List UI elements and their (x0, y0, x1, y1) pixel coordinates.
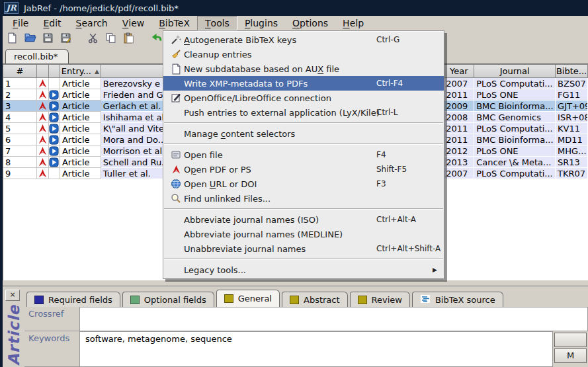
cell: FG11 (556, 89, 588, 101)
pdf-file-icon (37, 78, 49, 89)
url-file-icon (49, 123, 60, 134)
tab-review[interactable]: Review (350, 292, 410, 307)
menu-separator (164, 259, 443, 260)
column-header-journal[interactable]: Journal (474, 64, 556, 78)
tab-bibtex-source[interactable]: BibTeX source (412, 292, 503, 307)
menu-options[interactable]: Options (285, 16, 335, 30)
tab-optional-fields[interactable]: Optional fields (122, 292, 214, 307)
menu-item-find-unlinked-files[interactable]: Find unlinked Files... (163, 191, 444, 206)
column-header-icon-1[interactable] (37, 64, 49, 78)
menu-item-legacy-tools[interactable]: Legacy tools...▶ (163, 263, 444, 277)
app-icon: JR (4, 2, 19, 14)
url-file-icon (49, 89, 60, 101)
column-header-[interactable]: # (3, 64, 37, 78)
submenu-arrow-icon: ▶ (433, 266, 437, 273)
cell: PLoS Computati... (474, 123, 556, 134)
database-tab[interactable]: recoll.bib* (5, 49, 69, 63)
menu-item-open-url-or-doi[interactable]: Open URL or DOIF3 (163, 177, 444, 191)
menu-item-label: Write XMP-metadata to PDFs (184, 79, 308, 89)
tab-label: Required fields (48, 295, 112, 305)
menu-item-abbreviate-journal-names-medline[interactable]: Abbreviate journal names (MEDLINE) (163, 227, 444, 241)
save-button[interactable] (39, 31, 57, 47)
column-header-bibte[interactable]: Bibte... (556, 64, 588, 78)
tab-color-swatch (34, 296, 44, 304)
bibtex-source-icon (420, 294, 431, 306)
copy-icon (105, 32, 116, 46)
crossref-field-input[interactable] (80, 307, 588, 331)
cell: BMC Bioinforma... (474, 101, 556, 112)
tab-required-fields[interactable]: Required fields (26, 292, 120, 307)
keywords-field-input[interactable]: software, metagenome, sequence (80, 331, 553, 367)
column-header-icon-2[interactable] (49, 64, 60, 78)
menu-item-unabbreviate-journal-names[interactable]: Unabbreviate journal namesCtrl+Alt+Shift… (163, 241, 444, 256)
menu-item-label: Manage content selectors (184, 129, 295, 139)
cell: Cancer \& Meta... (474, 157, 556, 168)
cell: Article (60, 157, 101, 168)
column-header-entry[interactable]: Entry...▲ (60, 64, 101, 78)
menu-item-new-subdatabase-based-on-aux-file[interactable]: New subdatabase based on AUX file (163, 61, 444, 76)
manage-keywords-button[interactable]: M (554, 348, 587, 363)
menu-tools[interactable]: Tools (197, 16, 237, 30)
cell: MHG... (556, 145, 588, 157)
save-as-button[interactable] (57, 31, 75, 47)
column-header-year[interactable]: Year (444, 64, 474, 78)
menu-item-open-file[interactable]: Open fileF4 (163, 147, 444, 162)
cell: Article (60, 112, 101, 123)
keywords-field-label: Keywords (24, 331, 80, 367)
cell: PLoS Computati... (474, 78, 556, 89)
menu-item-open-pdf-or-ps[interactable]: Open PDF or PSShift-F5 (163, 162, 444, 177)
entry-editor-fields: Crossref Keywords software, metagenome, … (24, 307, 588, 367)
cell: PLoS ONE (474, 145, 556, 157)
copy-button[interactable] (102, 31, 120, 47)
new-file-button[interactable] (3, 31, 21, 47)
pdf-icon (168, 163, 184, 175)
pdf-file-icon (37, 89, 49, 101)
cut-icon (87, 32, 99, 46)
menu-item-abbreviate-journal-names-iso[interactable]: Abbreviate journal names (ISO)Ctrl+Alt-A (163, 212, 444, 227)
globe-icon (168, 178, 184, 190)
menu-help[interactable]: Help (335, 16, 371, 30)
entry-editor-tabs: Required fieldsOptional fieldsGeneralAbs… (26, 290, 503, 307)
menu-plugins[interactable]: Plugins (237, 16, 285, 30)
cell: 3 (3, 101, 37, 112)
cell: SR13 (556, 157, 588, 168)
menu-file[interactable]: File (5, 16, 36, 30)
cell: Article (60, 101, 101, 112)
tab-label: BibTeX source (435, 295, 495, 305)
field-action-button[interactable] (554, 333, 587, 347)
close-entry-editor-button[interactable]: × (5, 290, 20, 301)
menu-item-label: Open URL or DOI (184, 179, 257, 189)
menu-item-push-entries-to-external-application-lyx-kile[interactable]: Push entries to external application (Ly… (163, 105, 444, 120)
tab-abstract[interactable]: Abstract (282, 292, 348, 307)
menu-item-label: Push entries to external application (Ly… (184, 108, 380, 118)
menu-edit[interactable]: Edit (36, 16, 68, 30)
cell: 4 (3, 112, 37, 123)
menu-item-openoffice-libreoffice-connection[interactable]: OpenOffice/LibreOffice connection (163, 91, 444, 105)
menu-item-shortcut: Ctrl-G (376, 35, 399, 44)
menu-item-label: Open PDF or PS (184, 165, 251, 175)
open-database-button[interactable] (21, 31, 39, 47)
entry-editor: × Article Required fieldsOptional fields… (3, 286, 588, 367)
cell: 5 (3, 123, 37, 134)
cell: 6 (3, 134, 37, 145)
menu-item-manage-content-selectors[interactable]: Manage content selectors (163, 126, 444, 141)
menu-view[interactable]: View (115, 16, 152, 30)
paste-button[interactable] (120, 31, 138, 47)
tab-general[interactable]: General (216, 290, 280, 307)
menu-item-autogenerate-bibtex-keys[interactable]: Autogenerate BibTeX keysCtrl-G (163, 32, 444, 47)
menu-item-write-xmp-metadata-to-pdfs[interactable]: Write XMP-metadata to PDFsCtrl-F4 (163, 76, 444, 91)
broom-icon (168, 48, 184, 60)
tab-label: Review (372, 295, 402, 305)
undo-button[interactable] (147, 31, 165, 47)
cut-button[interactable] (84, 31, 102, 47)
menu-item-cleanup-entries[interactable]: Cleanup entries (163, 47, 444, 61)
window-left-border (0, 16, 3, 367)
menu-search[interactable]: Search (69, 16, 115, 30)
menu-item-label: Open file (184, 150, 223, 160)
menu-bibtex[interactable]: BibTeX (151, 16, 197, 30)
cell: 8 (3, 157, 37, 168)
no-icon (168, 77, 184, 89)
tab-color-swatch (224, 294, 233, 303)
cell: PLoS Computati... (474, 168, 556, 179)
tools-menu-popup: Autogenerate BibTeX keysCtrl-GCleanup en… (163, 30, 444, 279)
